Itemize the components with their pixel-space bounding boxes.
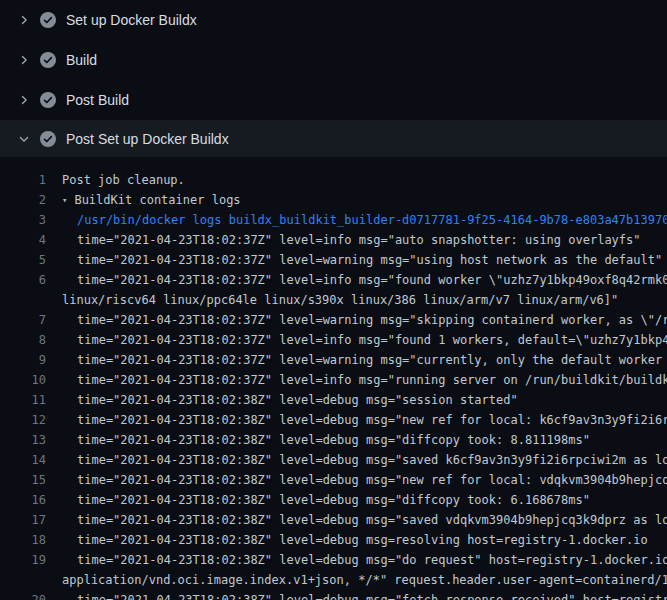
line-number[interactable]: 8 <box>0 330 46 350</box>
line-number[interactable]: 1 <box>0 170 46 190</box>
log-line: 14time="2021-04-23T18:02:38Z" level=debu… <box>0 450 667 470</box>
log-text: time="2021-04-23T18:02:37Z" level=warnin… <box>62 250 667 270</box>
log-group-label: BuildKit container logs <box>74 193 240 207</box>
log-line: 1Post job cleanup. <box>0 170 667 190</box>
log-line: 12time="2021-04-23T18:02:38Z" level=debu… <box>0 410 667 430</box>
line-number[interactable]: 2 <box>0 190 46 210</box>
log-line: 8time="2021-04-23T18:02:37Z" level=info … <box>0 330 667 350</box>
check-circle-icon <box>40 52 56 68</box>
line-number[interactable]: 16 <box>0 490 46 510</box>
log-text: time="2021-04-23T18:02:38Z" level=debug … <box>62 450 667 470</box>
line-number[interactable]: 13 <box>0 430 46 450</box>
step-label: Build <box>66 52 97 68</box>
line-number[interactable]: 3 <box>0 210 46 230</box>
log-text: time="2021-04-23T18:02:38Z" level=debug … <box>62 390 667 410</box>
log-line: 7time="2021-04-23T18:02:37Z" level=warni… <box>0 310 667 330</box>
log-text: Post job cleanup. <box>62 170 667 190</box>
log-line-continuation: linux/riscv64 linux/ppc64le linux/s390x … <box>0 290 667 310</box>
line-number[interactable]: 20 <box>0 590 46 600</box>
workflow-log-panel: Set up Docker BuildxBuildPost BuildPost … <box>0 0 667 600</box>
step-header-build[interactable]: Build <box>0 40 667 80</box>
log-text: time="2021-04-23T18:02:38Z" level=debug … <box>62 410 667 430</box>
log-area: 1Post job cleanup.2▾BuildKit container l… <box>0 157 667 600</box>
chevron-right-icon <box>16 52 32 68</box>
chevron-down-icon <box>16 131 32 147</box>
line-number[interactable]: 19 <box>0 550 46 570</box>
log-line-continuation: application/vnd.oci.image.index.v1+json,… <box>0 570 667 590</box>
line-number <box>0 290 46 310</box>
log-text: time="2021-04-23T18:02:37Z" level=info m… <box>62 270 667 290</box>
log-line: 18time="2021-04-23T18:02:38Z" level=debu… <box>0 530 667 550</box>
line-number[interactable]: 6 <box>0 270 46 290</box>
line-number[interactable]: 15 <box>0 470 46 490</box>
step-label: Set up Docker Buildx <box>66 12 197 28</box>
log-text: time="2021-04-23T18:02:38Z" level=debug … <box>62 510 667 530</box>
line-number <box>0 570 46 590</box>
step-header-post-build[interactable]: Post Build <box>0 80 667 120</box>
log-line: 3/usr/bin/docker logs buildx_buildkit_bu… <box>0 210 667 230</box>
log-line: 11time="2021-04-23T18:02:38Z" level=debu… <box>0 390 667 410</box>
log-text: time="2021-04-23T18:02:38Z" level=debug … <box>62 590 667 600</box>
log-text: time="2021-04-23T18:02:37Z" level=info m… <box>62 370 667 390</box>
log-line: 20time="2021-04-23T18:02:38Z" level=debu… <box>0 590 667 600</box>
log-line: 9time="2021-04-23T18:02:37Z" level=warni… <box>0 350 667 370</box>
triangle-down-icon: ▾ <box>62 190 67 210</box>
step-label: Post Build <box>66 92 129 108</box>
log-line: 15time="2021-04-23T18:02:38Z" level=debu… <box>0 470 667 490</box>
log-line: 4time="2021-04-23T18:02:37Z" level=info … <box>0 230 667 250</box>
log-text: time="2021-04-23T18:02:37Z" level=warnin… <box>62 350 667 370</box>
steps-list: Set up Docker BuildxBuildPost BuildPost … <box>0 0 667 157</box>
log-text: time="2021-04-23T18:02:38Z" level=debug … <box>62 550 667 570</box>
log-group-toggle[interactable]: ▾BuildKit container logs <box>62 190 667 210</box>
log-line: 2▾BuildKit container logs <box>0 190 667 210</box>
log-text: time="2021-04-23T18:02:38Z" level=debug … <box>62 470 667 490</box>
check-circle-icon <box>40 131 56 147</box>
log-line: 13time="2021-04-23T18:02:38Z" level=debu… <box>0 430 667 450</box>
line-number[interactable]: 11 <box>0 390 46 410</box>
chevron-right-icon <box>16 92 32 108</box>
check-circle-icon <box>40 12 56 28</box>
log-text: time="2021-04-23T18:02:37Z" level=warnin… <box>62 310 667 330</box>
line-number[interactable]: 7 <box>0 310 46 330</box>
line-number[interactable]: 17 <box>0 510 46 530</box>
log-line: 6time="2021-04-23T18:02:37Z" level=info … <box>0 270 667 290</box>
log-text: time="2021-04-23T18:02:38Z" level=debug … <box>62 530 667 550</box>
log-text: application/vnd.oci.image.index.v1+json,… <box>62 570 667 590</box>
log-text: linux/riscv64 linux/ppc64le linux/s390x … <box>62 290 667 310</box>
line-number[interactable]: 5 <box>0 250 46 270</box>
check-circle-icon <box>40 92 56 108</box>
log-text: time="2021-04-23T18:02:38Z" level=debug … <box>62 430 667 450</box>
log-text: time="2021-04-23T18:02:37Z" level=info m… <box>62 230 667 250</box>
line-number[interactable]: 4 <box>0 230 46 250</box>
line-number[interactable]: 10 <box>0 370 46 390</box>
log-line: 17time="2021-04-23T18:02:38Z" level=debu… <box>0 510 667 530</box>
log-line: 5time="2021-04-23T18:02:37Z" level=warni… <box>0 250 667 270</box>
step-label: Post Set up Docker Buildx <box>66 131 229 147</box>
log-command-text: /usr/bin/docker logs buildx_buildkit_bui… <box>62 210 667 230</box>
step-header-set-up-docker-buildx[interactable]: Set up Docker Buildx <box>0 0 667 40</box>
log-line: 19time="2021-04-23T18:02:38Z" level=debu… <box>0 550 667 570</box>
log-line: 16time="2021-04-23T18:02:38Z" level=debu… <box>0 490 667 510</box>
log-line: 10time="2021-04-23T18:02:37Z" level=info… <box>0 370 667 390</box>
chevron-right-icon <box>16 12 32 28</box>
line-number[interactable]: 18 <box>0 530 46 550</box>
log-text: time="2021-04-23T18:02:38Z" level=debug … <box>62 490 667 510</box>
line-number[interactable]: 14 <box>0 450 46 470</box>
line-number[interactable]: 12 <box>0 410 46 430</box>
log-text: time="2021-04-23T18:02:37Z" level=info m… <box>62 330 667 350</box>
line-number[interactable]: 9 <box>0 350 46 370</box>
step-header-post-set-up-docker-buildx[interactable]: Post Set up Docker Buildx <box>0 120 667 157</box>
